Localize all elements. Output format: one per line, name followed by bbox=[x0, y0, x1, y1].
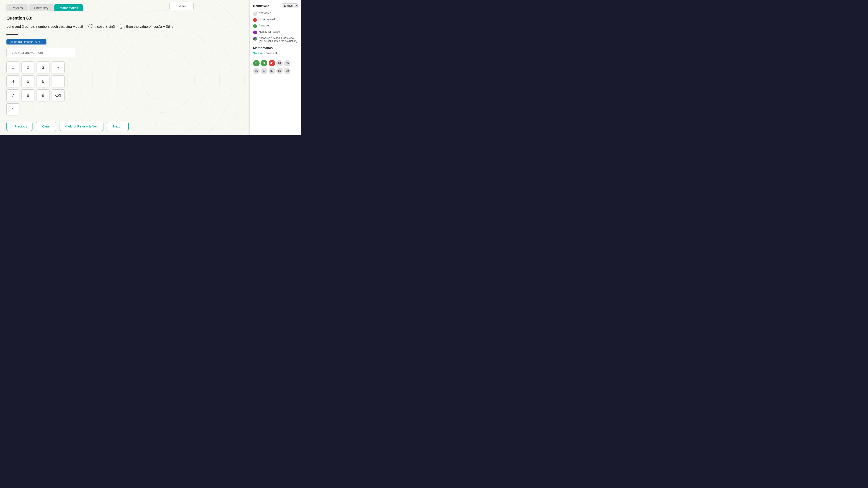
math-section-title: Mathematics bbox=[253, 46, 298, 50]
instructions-label: Instructions bbox=[253, 4, 269, 7]
main-container: .ripple-circle { fill: none; stroke: #b8… bbox=[0, 0, 301, 135]
q-num-90[interactable]: 90 bbox=[284, 68, 290, 74]
next-button[interactable]: Next > bbox=[107, 122, 129, 131]
q-text-part2: , cosα + sinβ = bbox=[95, 25, 119, 28]
legend-label-marked-review: Marked for Review bbox=[259, 30, 280, 33]
numpad-key-backspace[interactable]: ⌫ bbox=[52, 90, 64, 101]
sidebar: Instructions English Not Visited Not Ans… bbox=[249, 0, 301, 135]
numpad-key-minus[interactable]: - bbox=[52, 62, 64, 73]
instructions-row: Instructions English bbox=[253, 3, 298, 8]
legend-label-not-visited: Not Visited bbox=[259, 11, 271, 14]
legend-dot-marked-review bbox=[253, 31, 257, 34]
numpad-key-dot[interactable]: . bbox=[52, 75, 64, 87]
end-test-button[interactable]: End Test bbox=[169, 2, 193, 10]
language-select[interactable]: English bbox=[282, 3, 298, 8]
tab-mathematics[interactable]: Mathematics bbox=[54, 4, 83, 11]
numpad-key-2[interactable]: 2 bbox=[22, 62, 34, 73]
tabs-bar: Physics Chemistry Mathematics bbox=[6, 4, 243, 11]
tab-chemistry[interactable]: Chemistry bbox=[29, 4, 54, 11]
q-fraction: 1 √2 bbox=[119, 24, 123, 30]
section-tab-2[interactable]: Section-II bbox=[266, 52, 277, 56]
mark-review-button[interactable]: Mark for Review & Next bbox=[60, 122, 103, 131]
legend-not-visited: Not Visited bbox=[253, 11, 298, 16]
legend-label-answered: Answered bbox=[259, 24, 270, 27]
clear-button[interactable]: Clear bbox=[36, 122, 56, 131]
legend-answered: Answered bbox=[253, 24, 298, 28]
answer-input-wrapper bbox=[6, 48, 183, 57]
q-sqrt: √ 32 bbox=[88, 24, 94, 30]
section-tab-1[interactable]: Section-I bbox=[253, 52, 263, 56]
q-num-89[interactable]: 89 bbox=[276, 68, 283, 74]
answer-type-badge: Single-digit Integer (-9 to 9) bbox=[6, 39, 46, 44]
question-block: Question 83: Let α and β be real numbers… bbox=[6, 16, 183, 131]
tab-physics[interactable]: Physics bbox=[6, 4, 28, 11]
radical-symbol: √ bbox=[88, 24, 90, 28]
q-num-85[interactable]: 85 bbox=[284, 60, 290, 66]
legend-label-answered-marked: Answered & Marked for review (will be co… bbox=[259, 37, 298, 42]
numpad-key-6[interactable]: 6 bbox=[37, 75, 50, 87]
legend-dot-not-visited bbox=[253, 12, 257, 16]
q-text-part1: Let α and β be real numbers such that si… bbox=[6, 25, 87, 28]
legend-dot-answered bbox=[253, 24, 257, 28]
legend: Not Visited Not Answered Answered Marked… bbox=[253, 11, 298, 42]
numpad-key-4[interactable]: 4 bbox=[6, 75, 19, 87]
numpad-key-8[interactable]: 8 bbox=[22, 90, 34, 101]
q-num-86[interactable]: 86 bbox=[253, 68, 259, 74]
radicand: 32 bbox=[90, 24, 94, 30]
numpad-key-caret[interactable]: ^ bbox=[6, 103, 19, 115]
legend-marked-review: Marked for Review bbox=[253, 30, 298, 34]
question-text: Let α and β be real numbers such that si… bbox=[6, 24, 183, 36]
q-num-84[interactable]: 84 bbox=[276, 60, 283, 66]
legend-dot-not-answered bbox=[253, 18, 257, 22]
previous-button[interactable]: < Previous bbox=[6, 122, 32, 131]
bottom-buttons: < Previous Clear Mark for Review & Next … bbox=[6, 122, 183, 131]
question-title: Question 83: bbox=[6, 16, 183, 21]
q-num-82[interactable]: 82 bbox=[261, 60, 267, 66]
q-num-83[interactable]: 83 bbox=[269, 60, 275, 66]
numpad-key-3[interactable]: 3 bbox=[37, 62, 50, 73]
numpad-key-9[interactable]: 9 bbox=[37, 90, 50, 101]
numpad-key-1[interactable]: 1 bbox=[6, 62, 19, 73]
content-area: .ripple-circle { fill: none; stroke: #b8… bbox=[0, 0, 249, 135]
legend-answered-marked: Answered & Marked for review (will be co… bbox=[253, 37, 298, 42]
legend-label-not-answered: Not Answered bbox=[259, 18, 275, 21]
q-num-87[interactable]: 87 bbox=[261, 68, 267, 74]
numpad-key-7[interactable]: 7 bbox=[6, 90, 19, 101]
legend-not-answered: Not Answered bbox=[253, 18, 298, 22]
answer-input[interactable] bbox=[6, 48, 75, 57]
numpad: 1 2 3 - 4 5 6 . 7 8 9 ⌫ ^ bbox=[6, 62, 183, 115]
numpad-key-5[interactable]: 5 bbox=[22, 75, 34, 87]
legend-dot-answered-marked bbox=[253, 37, 257, 41]
question-number-grid: 81 82 83 84 85 86 87 88 89 90 bbox=[253, 60, 298, 74]
q-num-88[interactable]: 88 bbox=[269, 68, 275, 74]
q-num-81[interactable]: 81 bbox=[253, 60, 259, 66]
section-tabs: Section-I Section-II bbox=[253, 52, 298, 57]
